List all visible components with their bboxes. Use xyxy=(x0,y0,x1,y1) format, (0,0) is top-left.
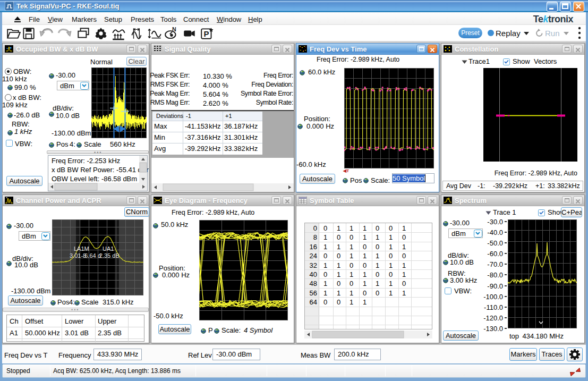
svg-text:N: N xyxy=(172,26,176,32)
svg-text:P: P xyxy=(204,29,209,38)
svg-text:UA1: UA1 xyxy=(103,245,114,252)
svg-text:LA1M: LA1M xyxy=(74,245,89,252)
svg-text:3.01-86.64 d2.35 dB: 3.01-86.64 d2.35 dB xyxy=(70,252,120,259)
